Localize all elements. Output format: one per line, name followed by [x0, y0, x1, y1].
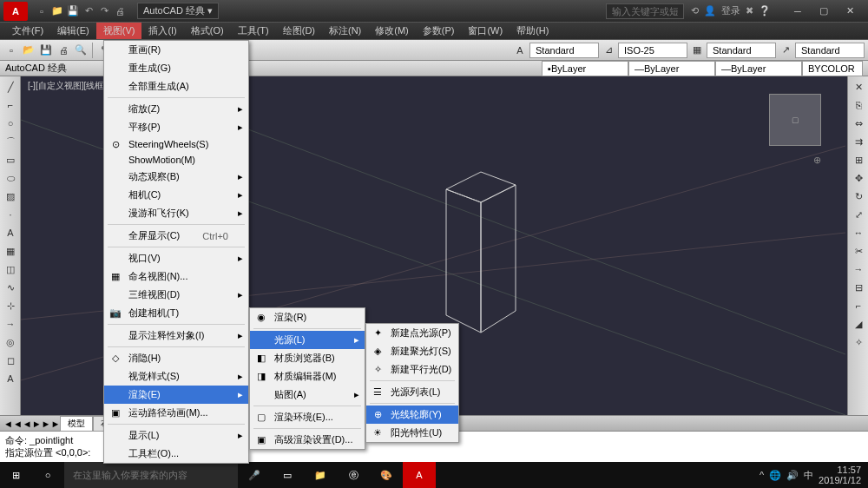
taskbar-search-input[interactable] — [64, 462, 238, 488]
light-menu-item-1[interactable]: ◈新建聚光灯(S) — [366, 342, 458, 360]
nav-compass[interactable]: ⊕ — [813, 155, 821, 166]
help-search-input[interactable] — [606, 3, 684, 19]
cortana-icon[interactable]: ○ — [31, 462, 64, 488]
view-menu-item-5[interactable]: 平移(P) — [104, 118, 248, 136]
stretch-icon[interactable]: ↔ — [850, 224, 867, 241]
open-icon[interactable]: 📁 — [50, 4, 64, 18]
autocad-taskbar-icon[interactable]: A — [403, 462, 436, 488]
workspace-dropdown[interactable]: AutoCAD 经典 ▾ — [137, 3, 219, 19]
rotate-icon[interactable]: ↻ — [850, 188, 867, 205]
text-style-dropdown[interactable]: Standard — [529, 43, 599, 58]
menu-tools[interactable]: 工具(T) — [231, 23, 276, 39]
exchange-icon[interactable]: ✖ — [746, 5, 753, 16]
plot-icon[interactable]: 🖨 — [56, 43, 71, 58]
view-menu-item-2[interactable]: 全部重生成(A) — [104, 77, 248, 96]
light-menu-item-7[interactable]: ☀阳光特性(U) — [366, 424, 458, 442]
ray-icon[interactable]: → — [2, 315, 19, 333]
text-style-icon[interactable]: A — [512, 43, 528, 58]
save-icon[interactable]: 💾 — [66, 4, 80, 18]
light-menu-item-6[interactable]: ⊕光线轮廓(Y) — [366, 406, 458, 424]
hatch-icon[interactable]: ▨ — [2, 188, 19, 205]
menu-view[interactable]: 视图(V) — [96, 23, 142, 39]
dim-style-icon[interactable]: ⊿ — [601, 43, 616, 58]
new-icon[interactable]: ▫ — [35, 4, 49, 18]
tab-nav-prev[interactable]: ◄ — [23, 419, 32, 429]
tab-nav-next[interactable]: ► — [32, 419, 42, 429]
paint-icon[interactable]: 🎨 — [370, 462, 403, 488]
render-menu-item-9[interactable]: ▣高级渲染设置(D)... — [250, 431, 365, 449]
view-menu-item-23[interactable]: 渲染(E) — [104, 386, 248, 404]
save-file-icon[interactable]: 💾 — [38, 43, 54, 58]
minimize-icon[interactable]: ─ — [786, 4, 809, 18]
explode-icon[interactable]: ✧ — [850, 333, 867, 351]
volume-icon[interactable]: 🔊 — [786, 470, 799, 481]
break-icon[interactable]: ⊟ — [850, 279, 867, 296]
table-style-icon[interactable]: ▦ — [689, 43, 705, 58]
erase-icon[interactable]: ✕ — [850, 78, 867, 96]
mleader-icon[interactable]: ↗ — [778, 43, 793, 58]
dim-style-dropdown[interactable]: ISO-25 — [618, 43, 687, 58]
view-menu-item-26[interactable]: 显示(L) — [104, 426, 248, 445]
tab-nav-last[interactable]: ►► — [42, 419, 61, 429]
network-icon[interactable]: 🌐 — [769, 470, 781, 481]
menu-edit[interactable]: 编辑(E) — [50, 23, 96, 39]
menu-parametric[interactable]: 参数(P) — [416, 23, 462, 39]
view-menu-item-0[interactable]: 重画(R) — [104, 41, 248, 59]
mic-icon[interactable]: 🎤 — [238, 462, 271, 488]
fillet-icon[interactable]: ⌐ — [850, 297, 867, 314]
view-menu-item-6[interactable]: ⊙SteeringWheels(S) — [104, 136, 248, 152]
undo-icon[interactable]: ↶ — [82, 4, 95, 18]
donut-icon[interactable]: ◎ — [2, 333, 19, 351]
plotstyle-dropdown[interactable]: BYCOLOR — [802, 61, 863, 76]
mleader-dropdown[interactable]: Standard — [795, 43, 865, 58]
menu-file[interactable]: 文件(F) — [5, 23, 50, 39]
render-menu-item-4[interactable]: ◨材质编辑器(M) — [250, 367, 365, 386]
block-icon[interactable]: ◻ — [2, 352, 19, 369]
ellipse-icon[interactable]: ⬭ — [2, 169, 19, 187]
taskview-icon[interactable]: ▭ — [271, 462, 304, 488]
render-menu-item-3[interactable]: ◧材质浏览器(B) — [250, 349, 365, 367]
circle-icon[interactable]: ○ — [2, 115, 19, 132]
redo-icon[interactable]: ↷ — [97, 4, 111, 18]
view-menu-item-10[interactable]: 漫游和飞行(K) — [104, 204, 248, 222]
view-menu-item-7[interactable]: ShowMotion(M) — [104, 152, 248, 168]
scale-icon[interactable]: ⤢ — [850, 206, 867, 223]
open-file-icon[interactable]: 📂 — [21, 43, 36, 58]
menu-help[interactable]: 帮助(H) — [510, 23, 556, 39]
view-menu-item-21[interactable]: ◇消隐(H) — [104, 349, 248, 367]
arc-icon[interactable]: ⌒ — [2, 133, 19, 150]
app-logo[interactable]: A — [3, 2, 28, 21]
person-icon[interactable]: 👤 — [704, 5, 716, 16]
sync-icon[interactable]: ⟲ — [691, 5, 699, 16]
viewcube[interactable]: ▢ — [769, 94, 821, 146]
tray-up-icon[interactable]: ^ — [760, 470, 764, 480]
view-menu-item-19[interactable]: 显示注释性对象(I) — [104, 326, 248, 345]
render-menu-item-2[interactable]: 光源(L) — [250, 331, 365, 349]
line-icon[interactable]: ╱ — [2, 78, 19, 96]
color-dropdown[interactable]: ▪ ByLayer — [542, 61, 628, 76]
new-file-icon[interactable]: ▫ — [3, 43, 19, 58]
view-menu-item-22[interactable]: 视觉样式(S) — [104, 367, 248, 386]
offset-icon[interactable]: ⇉ — [850, 133, 867, 150]
edge-icon[interactable]: ⓔ — [337, 462, 370, 488]
view-menu-item-9[interactable]: 相机(C) — [104, 186, 248, 204]
polyline-icon[interactable]: ⌐ — [2, 96, 19, 114]
help-icon[interactable]: ❔ — [759, 5, 771, 16]
light-menu-item-2[interactable]: ✧新建平行光(D) — [366, 360, 458, 379]
menu-insert[interactable]: 插入(I) — [141, 23, 183, 39]
clock-date[interactable]: 2019/1/12 — [819, 475, 861, 485]
explorer-icon[interactable]: 📁 — [304, 462, 337, 488]
view-menu-item-16[interactable]: 三维视图(D) — [104, 286, 248, 304]
tab-nav-first[interactable]: ◄◄ — [3, 419, 23, 429]
render-menu-item-7[interactable]: ▢渲染环境(E)... — [250, 408, 365, 426]
linetype-dropdown[interactable]: — ByLayer — [628, 61, 715, 76]
move-icon[interactable]: ✥ — [850, 169, 867, 187]
copy-icon[interactable]: ⎘ — [850, 96, 867, 114]
mirror-icon[interactable]: ⇔ — [850, 115, 867, 132]
view-menu-item-12[interactable]: 全屏显示(C)Ctrl+0 — [104, 227, 248, 245]
construction-icon[interactable]: ⊹ — [2, 297, 19, 314]
text-icon[interactable]: A — [2, 224, 19, 241]
render-menu-item-0[interactable]: ◉渲染(R) — [250, 308, 365, 326]
tab-model[interactable]: 模型 — [60, 416, 93, 432]
view-menu-item-1[interactable]: 重生成(G) — [104, 59, 248, 77]
